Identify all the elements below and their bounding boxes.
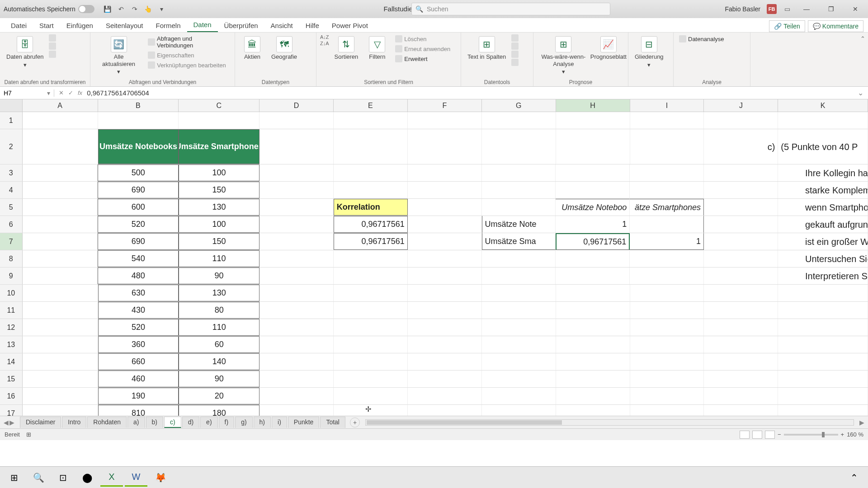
cell[interactable] [408,112,482,129]
cell[interactable] [334,319,408,336]
cell[interactable] [556,182,630,198]
sheet-tab[interactable]: a) [127,417,145,428]
cell[interactable]: Ihre Kollegin hat a [778,164,868,181]
cell[interactable] [482,285,556,301]
cell[interactable]: Umsätze Note [482,216,556,233]
cell[interactable] [259,199,334,216]
normal-view-button[interactable] [740,431,750,439]
save-icon[interactable]: 💾 [104,5,112,13]
cell[interactable] [23,164,98,181]
cell[interactable] [556,129,630,164]
cell[interactable] [408,164,482,181]
col-header-c[interactable]: C [179,99,259,112]
formula-input[interactable] [87,89,849,97]
tab-einfuegen[interactable]: Einfügen [60,19,99,32]
cell[interactable] [482,353,556,370]
tab-seitenlayout[interactable]: Seitenlayout [99,19,150,32]
cell[interactable] [556,250,630,267]
cell[interactable] [408,182,482,198]
excel-taskbar-icon[interactable]: X [100,469,123,487]
sort-az-icon[interactable]: A↓Z [320,34,329,40]
cell[interactable] [778,336,868,353]
cell[interactable] [704,112,778,129]
cell[interactable]: 0,96717561 [334,233,408,250]
cell[interactable] [334,129,408,164]
sort-button[interactable]: ⇅Sortieren [332,34,361,62]
row-header[interactable]: 7 [0,233,23,250]
tab-ueberpruefen[interactable]: Überprüfen [218,19,264,32]
cell[interactable]: Interpretieren Sie d [778,267,868,284]
filter-button[interactable]: ▽Filtern [363,34,391,62]
cell[interactable] [259,302,334,319]
cell[interactable] [259,388,334,404]
tab-start[interactable]: Start [33,19,60,32]
stocks-button[interactable]: 🏛Aktien [239,34,266,62]
cell[interactable]: 100 [179,216,259,233]
cell[interactable] [482,164,556,181]
cell[interactable] [408,302,482,319]
cell[interactable] [334,182,408,198]
sheet-tab[interactable]: f) [219,417,235,428]
cell[interactable] [556,405,630,416]
cell[interactable] [23,353,98,370]
cell[interactable] [23,199,98,216]
zoom-level[interactable]: 160 % [847,431,863,438]
cell[interactable] [556,371,630,387]
col-header-e[interactable]: E [334,99,408,112]
cell[interactable] [23,216,98,233]
cell[interactable]: 480 [98,267,179,284]
cell[interactable]: 810 [98,405,179,416]
cell[interactable]: 460 [98,371,179,387]
cell[interactable]: Umsätze Noteboo [556,199,630,216]
cell[interactable] [482,250,556,267]
present-icon[interactable]: ▭ [783,5,791,13]
name-box[interactable]: H7▾ [0,89,54,97]
reapply-button[interactable]: Erneut anwenden [393,44,452,53]
cell[interactable] [23,336,98,353]
cell[interactable] [482,371,556,387]
sort-za-icon[interactable]: Z↓A [320,41,329,46]
cell[interactable] [704,285,778,301]
cell[interactable]: 110 [179,250,259,267]
cell[interactable] [259,405,334,416]
cell[interactable]: starke Komplemen [778,182,868,198]
cell[interactable] [704,250,778,267]
col-header-g[interactable]: G [482,99,556,112]
user-name[interactable]: Fabio Basler [725,5,760,13]
cell[interactable] [408,336,482,353]
cell[interactable] [259,250,334,267]
cell[interactable] [482,182,556,198]
cell[interactable]: Umsätze Smartphones [179,129,259,164]
cell[interactable] [334,336,408,353]
cell[interactable]: 20 [179,388,259,404]
sheet-tab[interactable]: g) [235,417,252,428]
advanced-filter-button[interactable]: Erweitert [393,54,452,63]
row-header[interactable]: 16 [0,388,23,404]
search-taskbar-icon[interactable]: 🔍 [27,469,50,487]
cell[interactable] [778,112,868,129]
col-header-f[interactable]: F [408,99,482,112]
sheet-tab[interactable]: i) [272,417,287,428]
cell[interactable] [630,353,704,370]
cell[interactable]: ist ein großer Wett [778,233,868,250]
cell[interactable] [334,405,408,416]
cell[interactable] [482,112,556,129]
cell[interactable] [630,267,704,284]
cell[interactable] [23,371,98,387]
cell[interactable] [23,267,98,284]
cell[interactable] [630,405,704,416]
row-header[interactable]: 3 [0,164,23,181]
cell[interactable] [408,371,482,387]
cell[interactable] [408,267,482,284]
cell[interactable]: ätze Smartphones [630,199,704,216]
cell[interactable]: 100 [179,164,259,181]
cell[interactable]: 130 [179,199,259,216]
outline-button[interactable]: ⊟Gliederung ▾ [632,34,666,70]
sheet-tab[interactable]: b) [146,417,163,428]
user-avatar[interactable]: FB [767,4,777,14]
col-header-h[interactable]: H [556,99,630,112]
sheet-tab[interactable]: Punkte [288,417,320,428]
row-header[interactable]: 2 [0,129,23,164]
fx-icon[interactable]: fx [78,89,82,96]
data-validation-icon[interactable] [511,51,519,58]
